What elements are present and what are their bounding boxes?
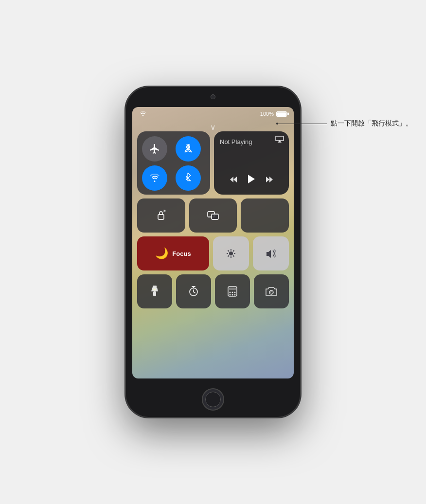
airdrop-button[interactable] (176, 136, 201, 162)
svg-point-24 (232, 294, 233, 296)
row-orientation-mirror (137, 198, 289, 233)
control-center-grid: Not Playing (137, 131, 289, 374)
home-button-inner (205, 392, 221, 407)
row-connectivity-media: Not Playing (137, 131, 289, 195)
svg-rect-15 (153, 291, 156, 296)
svg-point-27 (270, 291, 272, 293)
wifi-button[interactable] (142, 165, 167, 191)
annotation-line: 點一下開啟「飛行模式」。 (276, 119, 412, 128)
battery-fill (277, 112, 286, 116)
empty-tile-1 (241, 198, 289, 233)
bluetooth-button[interactable] (176, 165, 201, 191)
svg-point-21 (232, 292, 233, 293)
status-bar: 100% (132, 107, 294, 121)
brightness-slider[interactable] (213, 236, 249, 270)
svg-point-16 (153, 288, 156, 290)
orientation-lock-button[interactable] (137, 198, 185, 233)
svg-line-11 (233, 255, 234, 256)
focus-button[interactable]: 🌙 Focus (137, 236, 209, 270)
moon-icon: 🌙 (155, 247, 168, 260)
play-button[interactable] (247, 174, 256, 187)
svg-line-13 (228, 255, 229, 256)
focus-label: Focus (172, 250, 191, 257)
svg-rect-19 (229, 288, 236, 290)
now-playing-panel: Not Playing (214, 131, 289, 195)
connectivity-panel (137, 131, 210, 195)
svg-line-10 (228, 251, 229, 252)
annotation-callout: 點一下開啟「飛行模式」。 (276, 119, 412, 128)
svg-rect-14 (153, 286, 157, 288)
row-tools (137, 274, 289, 308)
row-focus-sliders: 🌙 Focus (137, 236, 289, 270)
airplay-icon[interactable] (275, 135, 284, 145)
svg-point-22 (234, 292, 236, 293)
front-camera (211, 94, 215, 99)
svg-point-25 (234, 294, 236, 296)
timer-button[interactable] (176, 274, 211, 308)
volume-slider[interactable] (253, 236, 289, 270)
svg-rect-2 (158, 215, 164, 219)
not-playing-label: Not Playing (220, 138, 283, 145)
svg-point-5 (229, 252, 233, 255)
media-controls (220, 174, 283, 190)
svg-rect-4 (212, 214, 218, 219)
wifi-status-icon (139, 110, 147, 118)
annotation-horiz-line (278, 124, 327, 124)
forward-button[interactable] (265, 176, 273, 186)
svg-point-26 (269, 290, 273, 294)
device-shell: 100% ∨ (125, 87, 301, 417)
battery-percent-text: 100% (260, 111, 274, 117)
home-button[interactable] (202, 388, 224, 411)
rewind-button[interactable] (230, 176, 238, 186)
svg-line-12 (233, 251, 234, 252)
screen-mirror-button[interactable] (189, 198, 237, 233)
annotation-text: 點一下開啟「飛行模式」。 (331, 119, 412, 128)
svg-point-1 (187, 146, 189, 148)
battery-status: 100% (260, 111, 287, 117)
device-screen: 100% ∨ (132, 107, 294, 378)
dismiss-handle[interactable]: ∨ (210, 123, 216, 132)
svg-point-23 (230, 294, 231, 296)
airplane-mode-button[interactable] (142, 136, 167, 162)
camera-button[interactable] (254, 274, 289, 308)
svg-point-20 (230, 292, 231, 293)
calculator-button[interactable] (215, 274, 250, 308)
flashlight-button[interactable] (137, 274, 172, 308)
battery-icon (276, 111, 287, 117)
